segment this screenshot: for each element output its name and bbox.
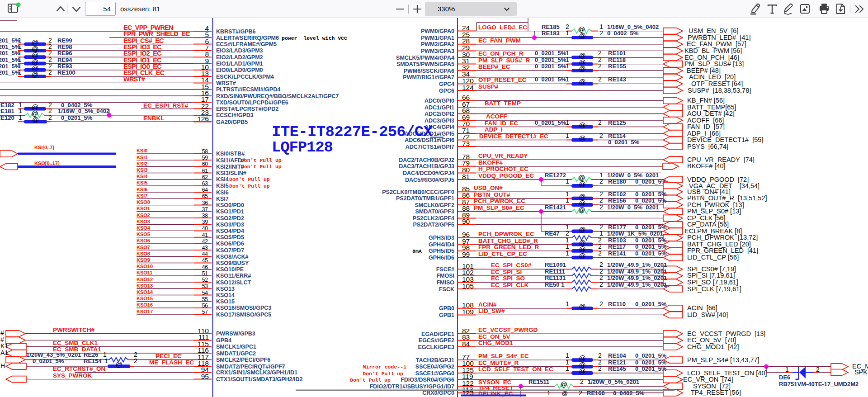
svg-text:RE93: RE93 [57, 63, 72, 70]
svg-text:KSI6: KSI6 [216, 189, 229, 196]
svg-text:EC_VCCST_PWRGD: EC_VCCST_PWRGD [478, 326, 538, 333]
svg-text:DAC5/RIG0#/GPJ5: DAC5/RIG0#/GPJ5 [405, 177, 454, 183]
svg-text:RE177: RE177 [608, 224, 626, 231]
svg-text:KSI7: KSI7 [216, 196, 229, 202]
svg-text:KSI5: KSI5 [216, 183, 229, 189]
svg-text:TXD/SOUT0/LPCPD#/GPE6: TXD/SOUT0/LPCPD#/GPE6 [216, 99, 288, 106]
svg-text:SUSP#: SUSP# [478, 83, 499, 90]
svg-text:46: 46 [202, 264, 208, 270]
svg-text:81: 81 [462, 173, 470, 180]
svg-text:0_0201_5%: 0_0201_5% [535, 57, 566, 63]
svg-text:KSO15: KSO15 [137, 296, 153, 301]
svg-text:KSO16/SMOSI/GPC3: KSO16/SMOSI/GPC3 [216, 305, 271, 311]
svg-text:GPH6/ID6: GPH6/ID6 [429, 255, 454, 261]
svg-text:PM_SLP_S4#_EC: PM_SLP_S4#_EC [478, 353, 529, 359]
svg-text:EC_ON_5V: EC_ON_5V [478, 333, 510, 340]
svg-text:VDDQ_PGOOD_EC: VDDQ_PGOOD_EC [478, 172, 534, 179]
svg-text:ADP_I: ADP_I [485, 126, 503, 133]
svg-text:KSO2/PD2: KSO2/PD2 [216, 215, 244, 222]
svg-text:@: @ [579, 180, 585, 188]
svg-text:KBD_BL_PWM [56]: KBD_BL_PWM [56] [684, 47, 742, 54]
svg-text:1/16W_0_5%_0402: 1/16W_0_5%_0402 [58, 108, 109, 114]
svg-text:KSO8/ACK#: KSO8/ACK# [216, 254, 249, 260]
svg-text:FSCE#: FSCE# [436, 266, 454, 273]
svg-text:RE120: RE120 [0, 114, 14, 121]
svg-text:EIO0/LAD0/GPM0: EIO0/LAD0/GPM0 [216, 67, 263, 73]
svg-text:PCH_DPWROK_EC: PCH_DPWROK_EC [478, 231, 534, 237]
svg-text:0_0201_5%: 0_0201_5% [635, 191, 667, 198]
svg-text:RE156: RE156 [608, 197, 626, 204]
svg-text:RE141: RE141 [608, 250, 626, 257]
svg-text:ERST#/LPCRST#/GPD2: ERST#/LPCRST#/GPD2 [216, 106, 278, 112]
svg-text:KSO4/PD4: KSO4/PD4 [216, 228, 244, 234]
svg-text:KSO17/SMISO/GPC5: KSO17/SMISO/GPC5 [216, 312, 271, 318]
svg-text:2: 2 [598, 365, 602, 372]
svg-text:KSO2: KSO2 [137, 213, 150, 218]
svg-text:2: 2 [599, 197, 603, 204]
svg-text:1: 1 [19, 107, 22, 114]
svg-text:2: 2 [598, 352, 602, 359]
svg-text:37: 37 [202, 206, 208, 213]
svg-text:1: 1 [566, 62, 569, 70]
svg-text:GPH4/ID4: GPH4/ID4 [429, 241, 454, 248]
svg-text:BKOFF# [40]: BKOFF# [40] [687, 162, 726, 170]
svg-text:1: 1 [566, 132, 569, 139]
svg-text:PWM1/GPA1: PWM1/GPA1 [421, 35, 454, 41]
svg-text:0_0201_5%: 0_0201_5% [635, 243, 667, 250]
svg-text:0_0201_5%: 0_0201_5% [635, 224, 667, 231]
svg-text:SMCLK0/GPF2: SMCLK0/GPF2 [415, 202, 454, 208]
svg-text:KSO0/PD0: KSO0/PD0 [216, 202, 244, 208]
svg-text:ADC2/GPI2: ADC2/GPI2 [425, 111, 454, 117]
svg-text:ADC3/GPI3: ADC3/GPI3 [425, 118, 454, 124]
svg-text:0_0201_5%: 0_0201_5% [635, 352, 667, 359]
svg-text:1/20W_49.9_1%_0201: 1/20W_49.9_1%_0201 [607, 281, 667, 288]
svg-text:SMDAT0/GPF3: SMDAT0/GPF3 [415, 208, 454, 215]
svg-text:84: 84 [462, 340, 470, 348]
svg-text:KSI3/SLIN#: KSI3/SLIN# [216, 170, 246, 176]
svg-text:FPR_GREEN_LED_R: FPR_GREEN_LED_R [478, 244, 539, 250]
svg-text:ECSCI#/GPD3: ECSCI#/GPD3 [216, 112, 254, 118]
svg-text:0_0201_5%: 0_0201_5% [635, 250, 667, 257]
svg-text:EC_SPI_CS0#: EC_SPI_CS0# [491, 262, 532, 269]
svg-text:RE1131: RE1131 [545, 274, 566, 281]
svg-text:BATT_TEMP: BATT_TEMP [485, 100, 521, 107]
svg-text:SMCLK1/GPC1: SMCLK1/GPC1 [216, 344, 256, 350]
svg-text:42: 42 [202, 238, 208, 245]
svg-text:1/20W_0_5%_0201: 1/20W_0_5%_0201 [607, 172, 659, 179]
svg-text:1/20W_49.9_1%_0201: 1/20W_49.9_1%_0201 [607, 274, 667, 281]
svg-text:SSCE1#/GPG0: SSCE1#/GPG0 [415, 370, 454, 377]
svg-text:KSO5/PD5: KSO5/PD5 [216, 234, 244, 241]
svg-text:RE180: RE180 [608, 178, 626, 185]
svg-text:PWM6/SSCK/GPA6: PWM6/SSCK/GPA6 [404, 68, 454, 74]
svg-text:EC_SMB_CLK1: EC_SMB_CLK1 [53, 340, 98, 346]
svg-text:KSO9: KSO9 [137, 257, 150, 263]
svg-text:56: 56 [202, 302, 208, 309]
svg-text:EC_ESPI_RST#: EC_ESPI_RST# [143, 102, 189, 109]
svg-text:EC_FAN_PWM: EC_FAN_PWM [478, 37, 521, 44]
svg-text:SYS_PWROK: SYS_PWROK [53, 372, 92, 379]
svg-text:0_0201_5%: 0_0201_5% [61, 114, 93, 121]
svg-text:H_PROCHOT_EC: H_PROCHOT_EC [478, 165, 528, 172]
svg-text:2: 2 [48, 114, 52, 121]
svg-text:EC_ON_PCH_R: EC_ON_PCH_R [478, 50, 524, 57]
svg-text:1: 1 [566, 250, 569, 257]
svg-text:0_0201_5%: 0_0201_5% [0, 37, 20, 44]
svg-text:DE6: DE6 [779, 374, 790, 381]
svg-text:KSO7/PD7: KSO7/PD7 [216, 247, 244, 254]
svg-text:KSO6: KSO6 [137, 238, 150, 243]
svg-text:1: 1 [18, 69, 22, 76]
svg-text:SPI_SO [7,19,61]: SPI_SO [7,19,61] [687, 279, 738, 286]
svg-text:@: @ [115, 360, 122, 368]
svg-text:DAC4/DCD0#/GPJ4: DAC4/DCD0#/GPJ4 [403, 170, 454, 176]
svg-text:RE100: RE100 [57, 69, 75, 76]
svg-text:SMDAT5/PWM5/GPA5: SMDAT5/PWM5/GPA5 [396, 61, 454, 67]
svg-text:0_0201_5%: 0_0201_5% [0, 69, 20, 76]
svg-text:PWM3/GPA3: PWM3/GPA3 [421, 48, 454, 54]
svg-text:EIO1/LAD1/GPM1: EIO1/LAD1/GPM1 [216, 61, 263, 67]
svg-text:PS2DAT0/TMB1/GPF1: PS2DAT0/TMB1/GPF1 [396, 195, 454, 202]
svg-text:1/16W_0_5%_0402: 1/16W_0_5%_0402 [607, 24, 659, 30]
svg-text:LID_CTL_CP_EC: LID_CTL_CP_EC [478, 250, 527, 257]
svg-text:BEEP#_EC: BEEP#_EC [478, 63, 510, 70]
svg-text:1: 1 [103, 351, 107, 358]
svg-text:KSO12: KSO12 [137, 277, 153, 282]
